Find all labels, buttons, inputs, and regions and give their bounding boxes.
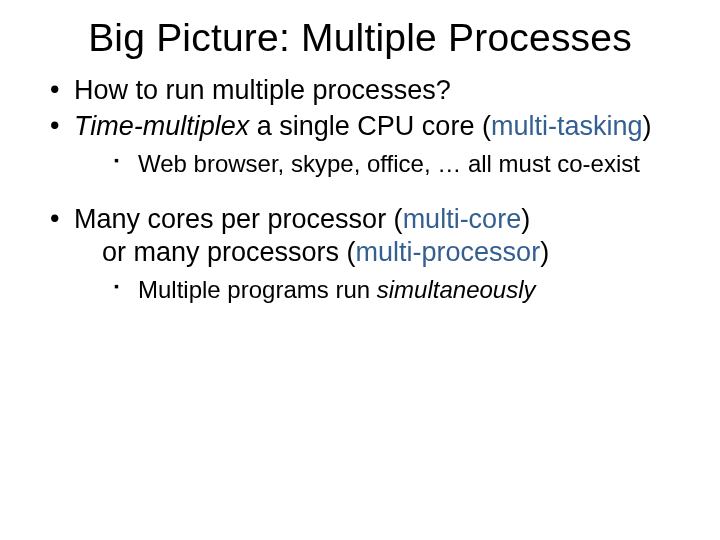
sub-bullet-item: Web browser, skype, office, … all must c… — [114, 148, 684, 179]
sub-bullet-text: Web browser, skype, office, … all must c… — [138, 150, 640, 177]
bullet-text-italic: Time-multiplex — [74, 111, 249, 141]
bullet-text: ) — [642, 111, 651, 141]
bullet-text: or many processors ( — [102, 237, 356, 267]
bullet-list: Many cores per processor (multi-core) or… — [46, 203, 684, 306]
bullet-text-blue: multi-tasking — [491, 111, 643, 141]
sub-bullet-list: Multiple programs run simultaneously — [114, 274, 684, 305]
sub-bullet-list: Web browser, skype, office, … all must c… — [114, 148, 684, 179]
sub-bullet-text: Multiple programs run — [138, 276, 377, 303]
bullet-continuation: or many processors (multi-processor) — [74, 236, 684, 270]
bullet-item: How to run multiple processes? — [46, 74, 684, 108]
bullet-text-blue: multi-processor — [356, 237, 541, 267]
bullet-text: Many cores per processor ( — [74, 204, 403, 234]
sub-bullet-text-italic: simultaneously — [377, 276, 536, 303]
bullet-text: ) — [521, 204, 530, 234]
bullet-text: ) — [540, 237, 549, 267]
bullet-item: Time-multiplex a single CPU core (multi-… — [46, 110, 684, 179]
sub-bullet-item: Multiple programs run simultaneously — [114, 274, 684, 305]
bullet-item: Many cores per processor (multi-core) or… — [46, 203, 684, 306]
bullet-text: a single CPU core ( — [249, 111, 491, 141]
bullet-list: How to run multiple processes? Time-mult… — [46, 74, 684, 179]
slide-title: Big Picture: Multiple Processes — [36, 16, 684, 60]
bullet-text-blue: multi-core — [403, 204, 522, 234]
spacer — [36, 181, 684, 203]
bullet-text: How to run multiple processes? — [74, 75, 451, 105]
slide: Big Picture: Multiple Processes How to r… — [0, 0, 720, 540]
